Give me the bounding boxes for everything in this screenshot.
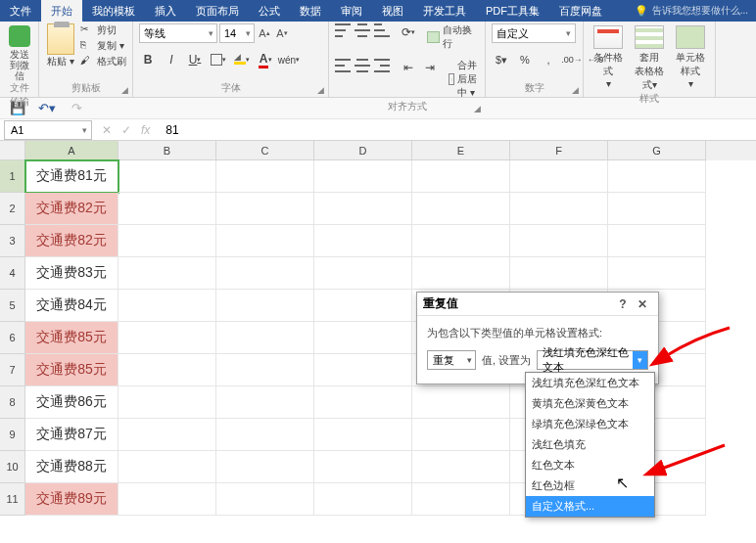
orientation-button[interactable]: ⟳▾: [400, 23, 417, 41]
merge-center-button[interactable]: 合并后居中 ▾: [449, 59, 479, 100]
row-header[interactable]: 5: [0, 290, 25, 322]
cell[interactable]: [412, 386, 510, 419]
cell[interactable]: [608, 257, 706, 290]
dropdown-option[interactable]: 黄填充色深黄色文本: [526, 393, 654, 414]
cell[interactable]: [216, 354, 314, 386]
cell[interactable]: [118, 419, 216, 451]
decrease-font-button[interactable]: A▾: [274, 23, 290, 43]
cell[interactable]: [314, 160, 412, 193]
dialog-help-button[interactable]: ?: [613, 297, 633, 311]
tab-formula[interactable]: 公式: [249, 0, 290, 22]
cell[interactable]: [412, 483, 510, 516]
wrap-text-button[interactable]: 自动换行: [427, 23, 479, 51]
cell[interactable]: 交通费82元: [25, 193, 118, 225]
cell[interactable]: [314, 386, 412, 419]
paste-button[interactable]: 粘贴 ▾: [45, 23, 76, 68]
enter-formula-icon[interactable]: ✓: [121, 123, 131, 137]
cell[interactable]: 交通费89元: [25, 483, 118, 516]
conditional-format-button[interactable]: 条件格式▾: [590, 23, 627, 89]
align-bottom-button[interactable]: [374, 23, 390, 37]
cell[interactable]: [608, 193, 706, 225]
tab-view[interactable]: 视图: [372, 0, 413, 22]
cell[interactable]: 交通费81元: [25, 160, 118, 193]
bold-button[interactable]: B: [139, 51, 157, 68]
cell[interactable]: [118, 354, 216, 386]
tab-template[interactable]: 我的模板: [82, 0, 145, 22]
italic-button[interactable]: I: [163, 51, 180, 68]
col-header-B[interactable]: B: [118, 141, 216, 160]
expand-icon[interactable]: ◢: [317, 85, 324, 95]
undo-button[interactable]: ↶▾: [39, 101, 55, 116]
row-header[interactable]: 3: [0, 225, 25, 257]
col-header-A[interactable]: A: [25, 141, 118, 160]
dialog-close-button[interactable]: ✕: [633, 297, 652, 311]
align-center-button[interactable]: [354, 59, 370, 72]
dropdown-option[interactable]: 红色边框: [526, 475, 654, 496]
fx-icon[interactable]: fx: [141, 123, 150, 137]
cell[interactable]: [216, 193, 314, 225]
cell[interactable]: 交通费83元: [25, 257, 118, 290]
tab-layout[interactable]: 页面布局: [186, 0, 249, 22]
cell[interactable]: [118, 290, 216, 322]
dropdown-option[interactable]: 红色文本: [526, 455, 654, 475]
cell[interactable]: [118, 257, 216, 290]
cell[interactable]: [216, 225, 314, 257]
expand-icon[interactable]: ◢: [572, 85, 579, 95]
cell[interactable]: [118, 483, 216, 516]
tab-insert[interactable]: 插入: [145, 0, 186, 22]
copy-button[interactable]: ⎘复制 ▾: [80, 39, 126, 53]
cell[interactable]: [412, 451, 510, 483]
cell[interactable]: [314, 193, 412, 225]
dropdown-option[interactable]: 绿填充色深绿色文本: [526, 414, 654, 434]
cell[interactable]: 交通费82元: [25, 225, 118, 257]
comma-button[interactable]: ,: [539, 51, 558, 68]
cell[interactable]: [216, 322, 314, 354]
tab-pdf[interactable]: PDF工具集: [476, 0, 549, 22]
border-button[interactable]: ▾: [210, 51, 227, 68]
cell[interactable]: [412, 225, 510, 257]
cell[interactable]: [118, 160, 216, 193]
cell[interactable]: [118, 451, 216, 483]
cell[interactable]: [118, 193, 216, 225]
currency-button[interactable]: $▾: [492, 51, 511, 68]
cell[interactable]: [608, 225, 706, 257]
cell[interactable]: [412, 257, 510, 290]
cell[interactable]: [510, 225, 608, 257]
increase-indent-button[interactable]: ⇥: [421, 59, 439, 76]
cell[interactable]: [412, 419, 510, 451]
cancel-formula-icon[interactable]: ✕: [102, 123, 112, 137]
redo-button[interactable]: ↷: [69, 101, 84, 116]
align-right-button[interactable]: [374, 59, 390, 72]
col-header-F[interactable]: F: [510, 141, 608, 160]
select-all-corner[interactable]: [0, 141, 25, 160]
row-header[interactable]: 2: [0, 193, 25, 225]
align-top-button[interactable]: [335, 23, 351, 37]
dropdown-option-custom[interactable]: 自定义格式...: [526, 496, 654, 517]
cell[interactable]: [510, 193, 608, 225]
row-header[interactable]: 10: [0, 451, 25, 483]
tab-review[interactable]: 审阅: [331, 0, 372, 22]
cell[interactable]: [216, 483, 314, 516]
dropdown-option[interactable]: 浅红填充色深红色文本: [526, 373, 654, 393]
cell[interactable]: [216, 451, 314, 483]
cell[interactable]: [412, 160, 510, 193]
row-header[interactable]: 11: [0, 483, 25, 516]
cell[interactable]: 交通费85元: [25, 354, 118, 386]
dropdown-option[interactable]: 浅红色填充: [526, 434, 654, 455]
cell[interactable]: 交通费88元: [25, 451, 118, 483]
expand-icon[interactable]: ◢: [474, 104, 481, 113]
tab-file[interactable]: 文件: [0, 0, 41, 22]
cell[interactable]: 交通费84元: [25, 290, 118, 322]
cell[interactable]: [314, 257, 412, 290]
cell[interactable]: [118, 225, 216, 257]
underline-button[interactable]: U▾: [186, 51, 204, 68]
tab-baidu[interactable]: 百度网盘: [549, 0, 612, 22]
cell[interactable]: [314, 225, 412, 257]
cell[interactable]: 交通费87元: [25, 419, 118, 451]
cell-styles-button[interactable]: 单元格样式▾: [672, 23, 709, 89]
cell[interactable]: [118, 322, 216, 354]
format-style-select[interactable]: 浅红填充色深红色文本: [537, 350, 648, 370]
cell[interactable]: [216, 257, 314, 290]
cell[interactable]: [216, 160, 314, 193]
percent-button[interactable]: %: [515, 51, 535, 68]
